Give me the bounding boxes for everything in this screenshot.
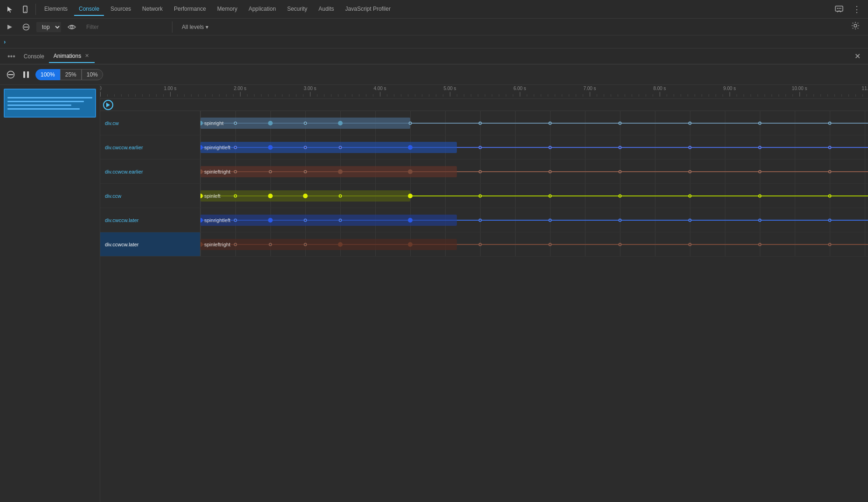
keyframe-dot-5-6: [479, 243, 482, 246]
speed-100-button[interactable]: 100%: [35, 69, 60, 80]
tab-console-panel[interactable]: Console: [19, 50, 49, 63]
feedback-button[interactable]: [832, 4, 846, 15]
tab-memory[interactable]: Memory: [213, 3, 242, 16]
animation-row[interactable]: div.cwccw.laterspinrightleft: [100, 208, 868, 232]
animation-bar-2: spinleftright: [200, 166, 457, 177]
keyframe-dot-0-5: [409, 121, 412, 125]
animations-tab-close[interactable]: ✕: [84, 53, 90, 59]
ellipsis-icon: ⋮: [853, 4, 861, 14]
tab-network[interactable]: Network: [138, 3, 167, 16]
keyframe-dot-4-9: [689, 218, 692, 222]
tab-application[interactable]: Application: [244, 3, 281, 16]
speed-10-button[interactable]: 10%: [82, 69, 103, 80]
animation-bar-label-2: spinleftright: [200, 169, 230, 174]
eye-button[interactable]: [65, 22, 79, 32]
timeline-area: 01.00 s2.00 s3.00 s4.00 s5.00 s6.00 s7.0…: [0, 85, 868, 502]
keyframe-dot-5-8: [619, 243, 622, 246]
keyframe-dot-3-11: [828, 194, 832, 197]
row-timeline-0: spinright: [200, 111, 868, 135]
row-timeline-1: spinrightleft: [200, 135, 868, 159]
keyframe-dot-1-6: [479, 146, 482, 149]
animation-row[interactable]: div.ccwspinleft: [100, 184, 868, 208]
row-label-0: div.cw: [100, 111, 200, 135]
row-label-2: div.ccwcw.earlier: [100, 160, 200, 183]
keyframe-dot-3-5: [408, 194, 413, 198]
more-tools-button[interactable]: ⋮: [850, 2, 864, 16]
console-bar: top All levels ▾: [0, 19, 868, 35]
speed-25-button[interactable]: 25%: [60, 69, 82, 80]
pause-icon: [22, 70, 30, 79]
caret-icon: ›: [4, 38, 6, 45]
row-label-1: div.cwccw.earlier: [100, 135, 200, 159]
keyframe-dot-4-4: [339, 218, 342, 222]
keyframe-dot-4-3: [304, 218, 307, 222]
pause-button[interactable]: [21, 69, 32, 81]
keyframe-dot-0-3: [304, 121, 307, 125]
svg-point-1: [25, 11, 26, 12]
keyframe-dot-0-9: [689, 121, 692, 125]
keyframe-dot-2-1: [234, 170, 237, 173]
mobile-emulation-button[interactable]: [19, 4, 32, 15]
keyframe-dot-1-5: [408, 145, 413, 150]
panel-close-button[interactable]: ✕: [851, 50, 864, 63]
keyframe-dot-2-10: [758, 170, 762, 173]
preview-thumbnail[interactable]: [4, 89, 96, 118]
keyframe-dot-2-4: [338, 169, 343, 174]
animation-row[interactable]: div.cwspinright: [100, 111, 868, 135]
keyframe-dot-1-7: [549, 146, 552, 149]
keyframe-dot-1-4: [339, 146, 342, 149]
preview-line-3: [7, 105, 71, 106]
tab-animations-panel[interactable]: Animations ✕: [49, 50, 95, 63]
dots-button[interactable]: •••: [4, 50, 19, 63]
keyframe-dot-4-8: [619, 218, 622, 222]
animation-row[interactable]: div.ccwcw.laterspinleftright: [100, 232, 868, 257]
keyframe-dot-1-2: [268, 145, 273, 150]
panel-play-button[interactable]: [4, 22, 16, 32]
levels-label: All levels: [182, 24, 204, 30]
keyframe-dot-2-9: [689, 170, 692, 173]
no-entry-button[interactable]: [20, 21, 33, 33]
tab-console[interactable]: Console: [74, 3, 104, 16]
animation-bar-1: spinrightleft: [200, 142, 457, 153]
preview-line-2: [7, 101, 84, 102]
keyframe-dot-1-9: [689, 146, 692, 149]
filter-input[interactable]: [83, 22, 166, 32]
controls-bar: 100% 25% 10%: [0, 64, 868, 85]
row-label-5: div.ccwcw.later: [100, 232, 200, 256]
context-select-wrapper: top: [36, 22, 61, 32]
animation-row[interactable]: div.ccwcw.earlierspinleftright: [100, 160, 868, 184]
cursor-tool-button[interactable]: [4, 4, 17, 15]
context-select[interactable]: top: [36, 22, 61, 32]
animation-bar-label-3: spinleft: [200, 193, 220, 199]
animations-tab-label: Animations: [54, 53, 81, 59]
keyframe-dot-4-10: [758, 218, 762, 222]
tab-sources[interactable]: Sources: [106, 3, 136, 16]
keyframe-dot-4-11: [828, 218, 832, 222]
keyframe-dot-2-7: [549, 170, 552, 173]
keyframe-dot-3-2: [268, 194, 273, 198]
tab-js-profiler[interactable]: JavaScript Profiler: [341, 3, 395, 16]
scrubber-handle[interactable]: [103, 100, 113, 110]
clear-button[interactable]: [5, 69, 17, 81]
keyframe-dot-5-1: [234, 243, 237, 246]
keyframe-dot-0-2: [268, 121, 273, 126]
keyframe-dot-0-6: [479, 121, 482, 125]
tab-security[interactable]: Security: [282, 3, 312, 16]
keyframe-dot-5-5: [408, 242, 413, 247]
keyframe-dot-2-5: [408, 169, 413, 174]
keyframe-dot-4-6: [479, 218, 482, 222]
settings-button[interactable]: [847, 20, 864, 34]
preview-panel: [0, 85, 100, 502]
keyframe-dot-3-9: [689, 194, 692, 197]
tab-elements[interactable]: Elements: [40, 3, 72, 16]
tab-performance[interactable]: Performance: [169, 3, 211, 16]
eye-icon: [68, 24, 76, 30]
keyframe-dot-2-2: [269, 170, 272, 173]
panel-play-icon: [7, 24, 13, 30]
tab-audits[interactable]: Audits: [314, 3, 338, 16]
keyframe-dot-3-4: [339, 194, 342, 197]
keyframe-dot-3-8: [619, 194, 622, 197]
keyframe-dot-2-3: [304, 170, 307, 173]
animation-row[interactable]: div.cwccw.earlierspinrightleft: [100, 135, 868, 160]
levels-button[interactable]: All levels ▾: [178, 22, 212, 32]
